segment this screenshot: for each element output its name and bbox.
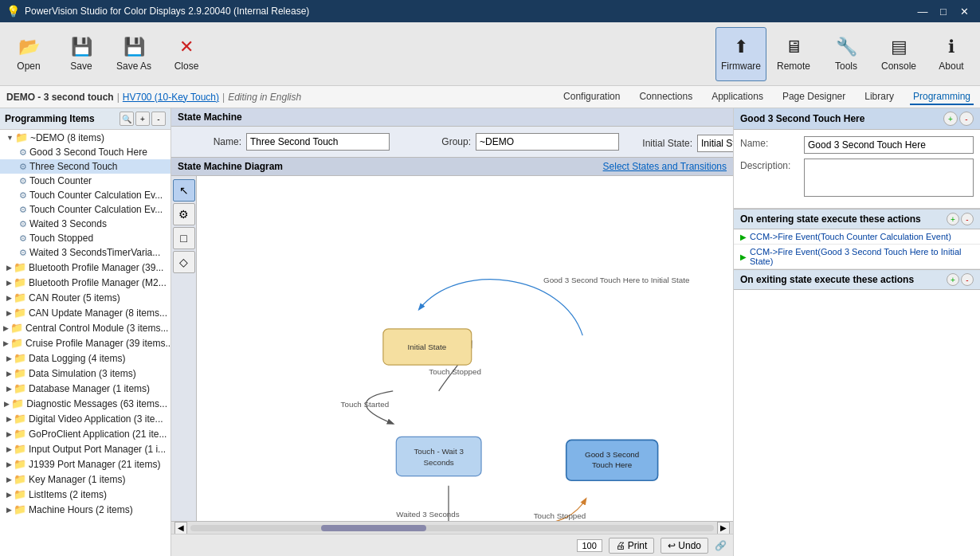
nav-programming[interactable]: Programming bbox=[910, 89, 974, 105]
play-icon: ▶ bbox=[740, 233, 747, 241]
tree-item-label: CAN Router (5 items) bbox=[29, 292, 120, 303]
remote-button[interactable]: 🖥 Remote bbox=[768, 27, 819, 81]
entering-action-item-1[interactable]: ▶CCM->Fire Event(Good 3 Second Touch Her… bbox=[734, 245, 980, 269]
state-machine-form: Name: Group: Initial State: Initial Stat… bbox=[171, 127, 733, 158]
right-panel-add-button[interactable]: + bbox=[943, 112, 958, 126]
svg-rect-7 bbox=[396, 437, 481, 476]
right-description-textarea[interactable] bbox=[804, 159, 974, 197]
folder-icon: 📁 bbox=[14, 276, 26, 288]
tree-item-tc-calc1[interactable]: ⚙Touch Counter Calculation Ev... bbox=[0, 188, 171, 202]
save-button[interactable]: 💾 Save bbox=[56, 27, 107, 81]
tree-item-can-update[interactable]: ▶📁CAN Update Manager (8 items... bbox=[0, 305, 171, 320]
tools-button[interactable]: 🔧 Tools bbox=[821, 27, 872, 81]
tree-item-tc-calc2[interactable]: ⚙Touch Counter Calculation Ev... bbox=[0, 202, 171, 217]
scroll-left-button[interactable]: ◀ bbox=[174, 522, 187, 534]
undo-button[interactable]: ↩ Undo bbox=[661, 538, 708, 554]
right-panel: Good 3 Second Touch Here + - Name: Descr… bbox=[733, 108, 980, 556]
tree-item-digital-video[interactable]: ▶📁Digital Video Application (3 ite... bbox=[0, 411, 171, 426]
tree-item-central[interactable]: ▶📁Central Control Module (3 items... bbox=[0, 320, 171, 335]
console-button[interactable]: ▤ Console bbox=[873, 27, 924, 81]
entering-add-button[interactable]: + bbox=[947, 213, 959, 225]
right-name-input[interactable] bbox=[804, 136, 974, 154]
nav-configuration[interactable]: Configuration bbox=[560, 89, 623, 105]
tree-item-demo-root[interactable]: ▼📁~DEMO (8 items) bbox=[0, 130, 171, 145]
entering-section-header: On entering state execute these actions … bbox=[734, 209, 980, 229]
save-as-button[interactable]: 💾 Save As bbox=[108, 27, 159, 81]
connect-tool-button[interactable]: ⚙ bbox=[173, 203, 195, 225]
about-button[interactable]: ℹ About bbox=[926, 27, 977, 81]
firmware-icon: ⬆ bbox=[734, 37, 748, 57]
nav-connections[interactable]: Connections bbox=[636, 89, 696, 105]
nav-page-designer[interactable]: Page Designer bbox=[779, 89, 849, 105]
svg-text:Waited 3 Seconds: Waited 3 Seconds bbox=[396, 510, 459, 519]
scroll-right-button[interactable]: ▶ bbox=[717, 522, 730, 534]
tree-item-waited3timer[interactable]: ⚙Waited 3 SecondsTimerVaria... bbox=[0, 245, 171, 260]
right-panel-header: Good 3 Second Touch Here + - bbox=[734, 108, 980, 130]
exiting-add-button[interactable]: + bbox=[947, 273, 959, 286]
undo-icon: ↩ bbox=[668, 540, 676, 551]
group-input[interactable] bbox=[476, 133, 619, 151]
svg-text:Good 3 Second: Good 3 Second bbox=[585, 450, 639, 459]
tree-item-input-output[interactable]: ▶📁Input Output Port Manager (1 i... bbox=[0, 441, 171, 456]
tree-item-data-sim[interactable]: ▶📁Data Simulation (3 items) bbox=[0, 366, 171, 381]
tree-item-machine-hours[interactable]: ▶📁Machine Hours (2 items) bbox=[0, 502, 171, 517]
diagram-header: State Machine Diagram Select States and … bbox=[171, 158, 733, 176]
group-label: Group: bbox=[407, 136, 471, 147]
tree-item-cruise[interactable]: ▶📁Cruise Profile Manager (39 items... bbox=[0, 335, 171, 350]
nav-applications[interactable]: Applications bbox=[708, 89, 766, 105]
close-window-button[interactable]: ✕ bbox=[955, 3, 974, 19]
maximize-button[interactable]: □ bbox=[934, 3, 953, 19]
minimize-button[interactable]: — bbox=[913, 3, 932, 19]
firmware-button[interactable]: ⬆ Firmware bbox=[715, 27, 766, 81]
folder-icon: 📁 bbox=[14, 261, 26, 273]
nav-library[interactable]: Library bbox=[861, 89, 897, 105]
tree-arrow: ▼ bbox=[6, 134, 14, 142]
exiting-remove-button[interactable]: - bbox=[961, 273, 974, 286]
tree-item-bluetooth39[interactable]: ▶📁Bluetooth Profile Manager (39... bbox=[0, 260, 171, 275]
tree-item-diag-msg[interactable]: ▶📁Diagnostic Messages (63 items... bbox=[0, 396, 171, 411]
svg-text:Seconds: Seconds bbox=[424, 458, 454, 467]
initial-state-select[interactable]: Initial State bbox=[697, 135, 733, 152]
entering-actions-list: ▶CCM->Fire Event(Touch Counter Calculati… bbox=[734, 229, 980, 269]
entering-action-item-0[interactable]: ▶CCM->Fire Event(Touch Counter Calculati… bbox=[734, 229, 980, 245]
right-panel-remove-button[interactable]: - bbox=[959, 112, 974, 126]
gear-icon: ⚙ bbox=[19, 176, 27, 186]
diagram-tools: ↖ ⚙ □ ◇ bbox=[171, 176, 197, 521]
tree-item-list-items[interactable]: ▶📁ListItems (2 items) bbox=[0, 487, 171, 502]
right-name-label: Name: bbox=[740, 136, 804, 149]
left-panel-remove-button[interactable]: - bbox=[151, 112, 166, 126]
right-panel-title: Good 3 Second Touch Here bbox=[740, 113, 864, 124]
close-button[interactable]: ✕ Close bbox=[161, 27, 212, 81]
tree-item-bluetoothm2[interactable]: ▶📁Bluetooth Profile Manager (M2... bbox=[0, 275, 171, 290]
left-panel-add-button[interactable]: + bbox=[135, 112, 150, 126]
open-label: Open bbox=[17, 61, 40, 72]
tree-item-j1939[interactable]: ▶📁J1939 Port Manager (21 items) bbox=[0, 456, 171, 472]
tree-item-database[interactable]: ▶📁Database Manager (1 items) bbox=[0, 381, 171, 396]
select-states-link[interactable]: Select States and Transitions bbox=[603, 161, 727, 172]
svg-text:Good 3 Second Touch Here to In: Good 3 Second Touch Here to Initial Stat… bbox=[543, 276, 690, 284]
tree-item-key-manager[interactable]: ▶📁Key Manager (1 items) bbox=[0, 472, 171, 487]
diagram-scrollbar-horizontal[interactable]: ◀ ▶ bbox=[171, 521, 733, 534]
tree-item-touch-counter[interactable]: ⚙Touch Counter bbox=[0, 174, 171, 188]
print-button[interactable]: 🖨 Print bbox=[609, 538, 655, 554]
select-tool-button[interactable]: ↖ bbox=[173, 179, 195, 202]
state-diagram-svg: Good 3 Second Touch Here to Initial Stat… bbox=[197, 176, 733, 521]
scroll-thumb[interactable] bbox=[321, 525, 425, 531]
gear-icon: ⚙ bbox=[19, 147, 27, 158]
breadcrumb-device: HV700 (10-Key Touch) bbox=[123, 92, 219, 103]
tree-item-good3[interactable]: ⚙Good 3 Second Touch Here bbox=[0, 145, 171, 159]
diamond-tool-button[interactable]: ◇ bbox=[173, 251, 195, 273]
open-button[interactable]: 📂 Open bbox=[3, 27, 54, 81]
rect-tool-button[interactable]: □ bbox=[173, 227, 195, 249]
tree-item-waited3[interactable]: ⚙Waited 3 Seconds bbox=[0, 217, 171, 231]
tree-item-can-router[interactable]: ▶📁CAN Router (5 items) bbox=[0, 290, 171, 305]
left-panel-search-button[interactable]: 🔍 bbox=[120, 112, 134, 126]
tree-item-three-second[interactable]: ⚙Three Second Touch bbox=[0, 159, 171, 174]
scroll-track[interactable] bbox=[190, 525, 714, 531]
name-input[interactable] bbox=[246, 133, 390, 151]
entering-remove-button[interactable]: - bbox=[961, 213, 974, 225]
tree-item-touch-stopped[interactable]: ⚙Touch Stopped bbox=[0, 231, 171, 245]
tree-item-data-logging[interactable]: ▶📁Data Logging (4 items) bbox=[0, 350, 171, 366]
tree-item-gopro[interactable]: ▶📁GoProClient Application (21 ite... bbox=[0, 426, 171, 441]
folder-icon: 📁 bbox=[14, 488, 26, 500]
